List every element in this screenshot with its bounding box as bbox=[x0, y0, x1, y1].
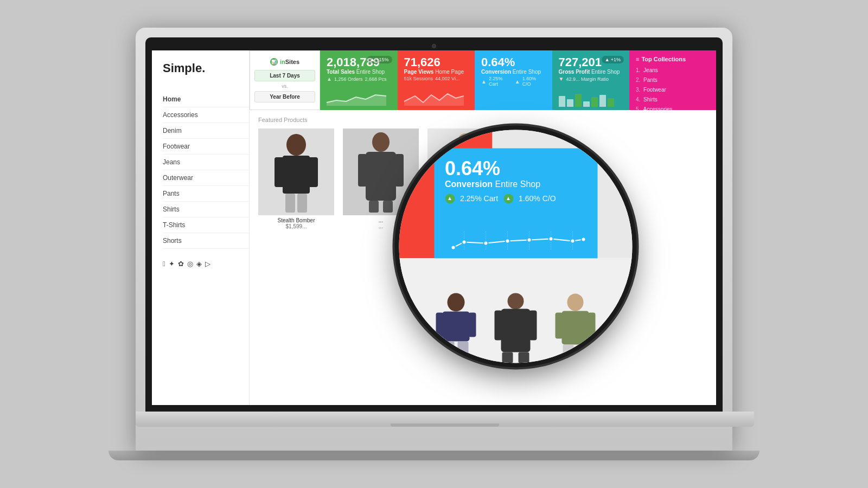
stat-card-conversion: 0.64% Conversion Entire Shop ▲ 2.25% Car… bbox=[475, 50, 552, 110]
svg-point-27 bbox=[505, 239, 509, 243]
bar-3 bbox=[575, 94, 582, 107]
nav-item-jeans[interactable]: Jeans bbox=[163, 155, 249, 170]
nav-item-home[interactable]: Home bbox=[163, 92, 249, 107]
nav-item-accessories[interactable]: Accessories bbox=[163, 107, 249, 123]
insites-widget: 📊 inSites Last 7 Days vs. Year Before bbox=[250, 50, 320, 110]
total-sales-badge: ▲ +15% bbox=[367, 56, 392, 63]
svg-rect-4 bbox=[285, 194, 295, 213]
product-name-1: Stealth Bomber bbox=[278, 217, 315, 223]
bar-1 bbox=[559, 96, 565, 107]
svg-rect-7 bbox=[366, 152, 396, 201]
stat-card-total-sales: ▲ +15% 2,018,789 Total Sales Entire Shop… bbox=[320, 50, 398, 110]
gross-badge-arrow: ▲ bbox=[605, 57, 610, 62]
pinterest-icon[interactable]: ✿ bbox=[178, 260, 184, 268]
year-before-button[interactable]: Year Before bbox=[254, 91, 315, 102]
cart-stat: 2.25% Cart bbox=[460, 194, 498, 203]
svg-point-24 bbox=[451, 246, 455, 250]
margin-arrow: ▼ bbox=[559, 76, 564, 82]
svg-point-31 bbox=[581, 237, 585, 242]
nav-item-shorts[interactable]: Shorts bbox=[163, 233, 249, 249]
page-views-sub: 51k Sessions 44,002 Vi... bbox=[404, 76, 469, 81]
svg-point-38 bbox=[508, 293, 524, 309]
svg-point-28 bbox=[527, 238, 531, 242]
laptop-hinge bbox=[391, 423, 499, 427]
last-7-days-button[interactable]: Last 7 Days bbox=[254, 70, 315, 81]
product-card-1[interactable]: Stealth Bomber $1,599... bbox=[258, 129, 334, 229]
social-icons:  ✦ ✿ ◎ ◈ ▷ bbox=[163, 260, 249, 268]
collection-3[interactable]: 3. Footwear bbox=[636, 85, 710, 95]
product-name-2: ... bbox=[379, 217, 383, 223]
bar-6 bbox=[599, 95, 606, 107]
svg-rect-33 bbox=[443, 311, 470, 341]
figure-left bbox=[432, 292, 481, 363]
svg-rect-35 bbox=[469, 312, 476, 337]
featured-label: Featured Products bbox=[258, 117, 707, 123]
stat-card-page-views: 71,626 Page Views Home Page 51k Sessions… bbox=[398, 50, 475, 110]
top-collections-card: ≡ Top Collections 1. Jeans 2. Pants 3. F… bbox=[629, 50, 716, 110]
svg-point-6 bbox=[372, 132, 390, 152]
gross-profit-chart bbox=[559, 91, 623, 107]
site-title: Simple. bbox=[163, 61, 249, 75]
product-price-1: $1,599... bbox=[286, 223, 307, 229]
product-price-2: ... bbox=[379, 223, 383, 229]
nav-item-tshirts[interactable]: T-Shirts bbox=[163, 217, 249, 233]
conversion-label: Conversion Entire Shop bbox=[481, 69, 546, 75]
cart-up-arrow: ▲ bbox=[445, 194, 455, 203]
svg-rect-34 bbox=[436, 312, 444, 337]
nav-item-outerwear[interactable]: Outerwear bbox=[163, 170, 249, 186]
snapchat-icon[interactable]: ◈ bbox=[196, 260, 202, 268]
svg-rect-39 bbox=[501, 309, 531, 352]
magnified-sub: ▲ 2.25% Cart ▲ 1.60% C/O bbox=[445, 194, 586, 203]
screen-bezel: Simple. Home Accessories Denim Footwear … bbox=[145, 37, 723, 412]
svg-rect-49 bbox=[577, 344, 588, 363]
twitter-icon[interactable]: ✦ bbox=[169, 260, 175, 268]
camera-area bbox=[152, 44, 716, 48]
svg-rect-10 bbox=[369, 201, 379, 213]
svg-rect-8 bbox=[358, 154, 367, 187]
bar-4 bbox=[583, 101, 590, 107]
svg-rect-41 bbox=[529, 310, 537, 340]
bar-7 bbox=[608, 98, 614, 107]
nav-item-shirts[interactable]: Shirts bbox=[163, 202, 249, 217]
svg-rect-40 bbox=[495, 310, 502, 340]
svg-rect-43 bbox=[519, 352, 529, 363]
svg-rect-36 bbox=[444, 341, 455, 362]
collection-2[interactable]: 2. Pants bbox=[636, 75, 710, 85]
gross-profit-badge: ▲ +1% bbox=[602, 56, 624, 63]
laptop-frame: Simple. Home Accessories Denim Footwear … bbox=[136, 28, 732, 451]
facebook-icon[interactable]:  bbox=[163, 260, 165, 268]
collection-1[interactable]: 1. Jeans bbox=[636, 66, 710, 75]
total-sales-sub: ▲ 1,256 Orders 2,668 Pcs bbox=[327, 76, 391, 82]
conversion-sub: ▲ 2.25% Cart ▲ 1.60% C/O bbox=[481, 76, 546, 87]
bar-2 bbox=[567, 99, 573, 107]
svg-point-30 bbox=[570, 239, 575, 243]
analytics-bar: 📊 inSites Last 7 Days vs. Year Before bbox=[250, 50, 716, 110]
co-stat: 1.60% C/O bbox=[519, 194, 556, 203]
svg-point-44 bbox=[567, 293, 584, 311]
stat-card-gross-profit: ▲ +1% 727,201 Gross Profit Entire Shop ▼… bbox=[552, 50, 630, 110]
nav-item-denim[interactable]: Denim bbox=[163, 123, 249, 139]
svg-rect-48 bbox=[563, 344, 574, 363]
vimeo-icon[interactable]: ▷ bbox=[205, 260, 210, 268]
page-views-label: Page Views Home Page bbox=[404, 69, 469, 75]
gross-profit-label: Gross Profit Entire Shop bbox=[559, 69, 623, 75]
svg-rect-1 bbox=[283, 156, 310, 194]
figure-center bbox=[492, 292, 540, 363]
svg-point-25 bbox=[462, 240, 466, 245]
laptop-screen: Simple. Home Accessories Denim Footwear … bbox=[152, 50, 716, 405]
svg-point-0 bbox=[286, 134, 306, 156]
total-sales-chart bbox=[327, 91, 391, 107]
svg-rect-3 bbox=[308, 157, 318, 187]
orders-arrow: ▲ bbox=[327, 76, 332, 82]
insites-logo: 📊 inSites bbox=[270, 58, 299, 66]
cart-arrow: ▲ bbox=[481, 79, 487, 85]
nav-item-pants[interactable]: Pants bbox=[163, 186, 249, 202]
instagram-icon[interactable]: ◎ bbox=[187, 260, 193, 268]
top-collections-title: ≡ Top Collections bbox=[636, 56, 710, 62]
nav-item-footwear[interactable]: Footwear bbox=[163, 139, 249, 155]
sidebar: Simple. Home Accessories Denim Footwear … bbox=[152, 50, 250, 405]
magnifier-bottom-products bbox=[399, 258, 633, 363]
date-vs-label: vs. bbox=[282, 84, 288, 89]
page-views-value: 71,626 bbox=[404, 56, 469, 69]
collection-4[interactable]: 4. Shirts bbox=[636, 95, 710, 105]
